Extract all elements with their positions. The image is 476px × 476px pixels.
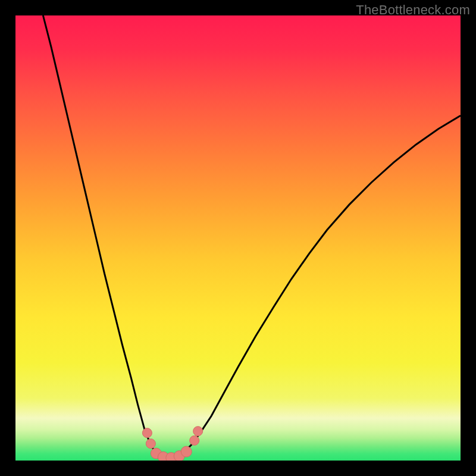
bottleneck-curve-chart (15, 15, 461, 461)
watermark-text: TheBottleneck.com (356, 2, 470, 18)
data-marker (181, 446, 192, 457)
data-marker (142, 428, 152, 438)
data-marker (190, 436, 199, 445)
chart-frame (15, 15, 461, 461)
data-marker (146, 439, 155, 449)
gradient-background (15, 15, 461, 461)
data-marker (193, 427, 203, 436)
